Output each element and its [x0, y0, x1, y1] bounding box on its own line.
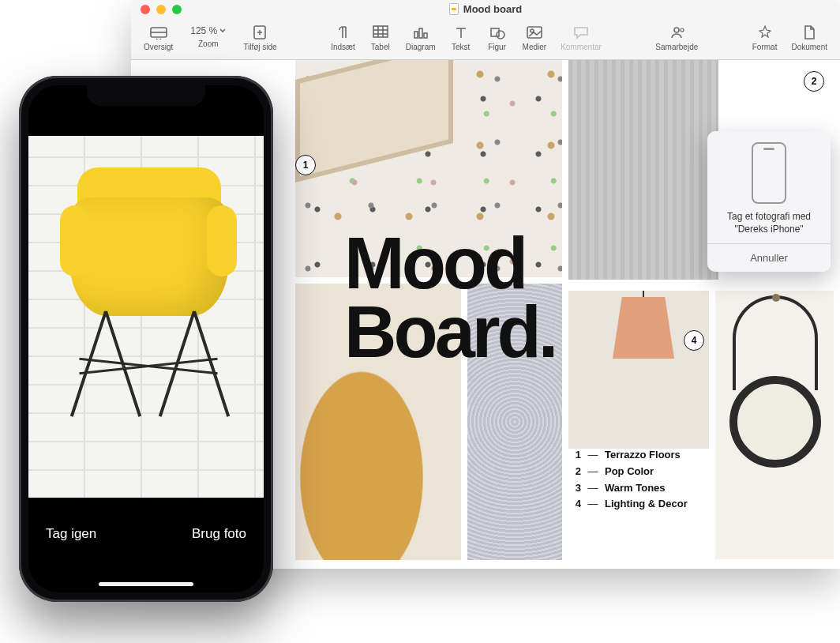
document-heading[interactable]: Mood Board. — [344, 229, 555, 367]
popover-text: Tag et fotografi med "Dereks iPhone" — [727, 210, 811, 235]
comment-icon — [571, 24, 591, 41]
insert-label: Indsæt — [331, 43, 355, 51]
document-button[interactable]: Dokument — [785, 22, 834, 53]
svg-point-16 — [497, 31, 504, 39]
add-page-label: Tilføj side — [243, 43, 276, 51]
window-title: Mood board — [131, 3, 840, 15]
chart-label: Diagram — [406, 43, 436, 51]
chair-arm — [207, 205, 237, 276]
document-inspector-icon — [799, 24, 819, 41]
chair-seat — [69, 197, 229, 316]
zoom-value[interactable]: 125 % — [187, 24, 229, 38]
iphone-screen: Tag igen Brug foto — [28, 85, 264, 592]
text-icon — [451, 24, 471, 41]
format-label: Format — [752, 43, 778, 51]
iphone-mockup: Tag igen Brug foto — [19, 76, 273, 602]
table-button[interactable]: Tabel — [363, 22, 398, 53]
collaborate-icon — [666, 24, 687, 41]
lamp-shade — [613, 297, 674, 359]
view-button[interactable]: Oversigt — [137, 22, 179, 53]
comment-button: Kommentar — [554, 22, 608, 53]
view-icon — [148, 24, 169, 41]
comment-label: Kommentar — [561, 43, 602, 51]
zoom-label: Zoom — [198, 39, 219, 48]
camera-photo-preview — [28, 136, 264, 498]
chart-icon — [411, 24, 431, 41]
svg-rect-5 — [373, 26, 388, 37]
text-label: Tekst — [452, 43, 470, 51]
home-indicator[interactable] — [99, 582, 193, 586]
legend-row: 2 — Pop Color — [570, 464, 688, 480]
svg-rect-11 — [419, 28, 422, 38]
collaborate-label: Samarbejde — [655, 43, 698, 51]
shape-label: Figur — [488, 43, 506, 51]
add-page-button[interactable]: Tilføj side — [237, 22, 283, 53]
legend[interactable]: 1 — Terrazzo Floors 2 — Pop Color 3 — Wa… — [570, 447, 688, 513]
shape-icon — [487, 24, 508, 41]
add-page-icon — [249, 24, 270, 41]
callout-4[interactable]: 4 — [684, 330, 704, 351]
media-label: Medier — [523, 43, 547, 51]
format-icon — [755, 24, 775, 41]
document-icon — [449, 3, 459, 15]
document-label: Dokument — [791, 43, 827, 51]
popover-cancel-button[interactable]: Annuller — [707, 243, 831, 272]
mirror-hook — [772, 294, 780, 302]
mirror-disc — [729, 376, 821, 468]
window-title-text: Mood board — [463, 3, 522, 15]
phone-outline-icon — [752, 142, 786, 204]
svg-point-20 — [681, 28, 684, 32]
titlebar: Mood board — [131, 0, 840, 19]
callout-1[interactable]: 1 — [295, 155, 316, 175]
svg-point-18 — [531, 29, 534, 32]
heading-line2: Board. — [344, 291, 555, 372]
shape-button[interactable]: Figur — [480, 22, 515, 53]
camera-bottom-bar: Tag igen Brug foto — [28, 498, 264, 592]
svg-rect-10 — [414, 32, 418, 38]
continuity-camera-popover: Tag et fotografi med "Dereks iPhone" Ann… — [707, 131, 831, 272]
text-button[interactable]: Tekst — [444, 22, 478, 53]
legend-row: 4 — Lighting & Decor — [570, 496, 688, 513]
chair-arm — [60, 205, 90, 276]
image-concrete[interactable] — [568, 60, 718, 280]
legend-row: 3 — Warm Tones — [570, 480, 688, 497]
chevron-down-icon — [219, 28, 226, 33]
zoom-control[interactable]: 125 % Zoom — [181, 22, 235, 50]
table-label: Tabel — [371, 43, 390, 51]
table-icon — [370, 24, 391, 41]
paragraph-icon — [332, 24, 353, 41]
callout-2[interactable]: 2 — [804, 71, 824, 92]
collaborate-button[interactable]: Samarbejde — [649, 22, 704, 53]
retake-button[interactable]: Tag igen — [46, 526, 96, 542]
format-button[interactable]: Format — [746, 22, 784, 53]
legend-row: 1 — Terrazzo Floors — [570, 447, 688, 464]
svg-point-19 — [674, 28, 679, 32]
media-button[interactable]: Medier — [516, 22, 553, 53]
view-label: Oversigt — [144, 43, 173, 51]
use-photo-button[interactable]: Brug foto — [192, 526, 246, 542]
svg-rect-12 — [424, 33, 427, 38]
chart-button[interactable]: Diagram — [399, 22, 442, 53]
media-icon — [524, 24, 545, 41]
iphone-notch — [87, 85, 205, 106]
toolbar: Oversigt 125 % Zoom Tilføj side Indsæt — [131, 19, 840, 60]
insert-button[interactable]: Indsæt — [324, 22, 362, 53]
